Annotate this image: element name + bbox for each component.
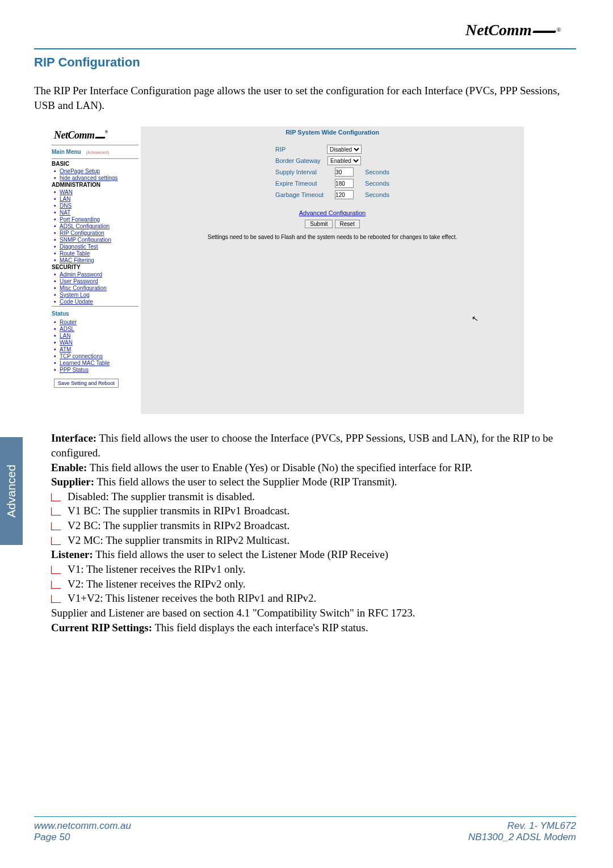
sidebar-item[interactable]: ADSL Configuration: [54, 223, 138, 229]
border-label: Border Gateway: [275, 156, 324, 165]
sidebar-item[interactable]: Admin Password: [54, 271, 138, 278]
border-select[interactable]: Enabled: [328, 156, 361, 165]
garbage-input[interactable]: [335, 190, 354, 199]
supply-unit: Seconds: [365, 167, 389, 177]
sidebar-logo: NetComm ®: [52, 128, 138, 144]
sidebar-item[interactable]: MAC Filtering: [54, 257, 138, 263]
administration-heading: ADMINISTRATION: [52, 181, 138, 188]
sidebar-item[interactable]: Learned MAC Table: [54, 359, 138, 366]
brand-logo: NetComm ®: [465, 17, 573, 43]
list-item: V2 BC: The supplier transmits in RIPv2 B…: [51, 518, 576, 533]
interface-text: This field allows the user to choose the…: [51, 432, 553, 459]
rfc-line: Supplier and Listener are based on secti…: [51, 606, 576, 620]
cursor-icon: ↖: [471, 313, 480, 324]
admin-sidebar: NetComm ® Main Menu (Advanced) BASIC One…: [50, 127, 141, 414]
page-title: RIP Configuration: [34, 55, 576, 70]
sidebar-item[interactable]: DNS: [54, 202, 138, 209]
brand-wordmark: NetComm: [465, 21, 532, 39]
sidebar-item[interactable]: RIP Configuration: [54, 229, 138, 236]
sidebar-item[interactable]: User Password: [54, 278, 138, 284]
save-note: Settings need to be saved to Flash and t…: [141, 234, 524, 240]
security-list: Admin Password User Password Misc Config…: [52, 271, 138, 305]
sidebar-item[interactable]: SNMP Configuration: [54, 236, 138, 243]
sidebar-item[interactable]: Misc Configuration: [54, 284, 138, 291]
sidebar-item[interactable]: Route Table: [54, 250, 138, 257]
list-item: V1+V2: This listener receives the both R…: [51, 591, 576, 606]
sidebar-item[interactable]: OnePage Setup: [54, 167, 138, 174]
footer-model: NB1300_2 ADSL Modem: [468, 832, 576, 843]
list-item: V1: The listener receives the RIPv1 only…: [51, 562, 576, 577]
sidebar-item[interactable]: Code Update: [54, 298, 138, 305]
rip-select[interactable]: Disabled: [327, 145, 362, 154]
status-heading: Status: [52, 308, 138, 318]
listener-label: Listener:: [51, 548, 93, 560]
bullet-icon: [51, 595, 61, 603]
expire-label: Expire Timeout: [275, 179, 324, 188]
interface-label: Interface:: [51, 432, 96, 444]
enable-label: Enable:: [51, 462, 87, 473]
bullet-icon: [51, 508, 61, 515]
rip-label: RIP: [275, 145, 324, 154]
side-tab-advanced: Advanced: [0, 437, 23, 545]
header-rule: [34, 48, 576, 49]
list-item: V2 MC: The supplier transmits in RIPv2 M…: [51, 533, 576, 548]
footer: www.netcomm.com.au Page 50 Rev. 1- YML67…: [34, 816, 576, 843]
bullet-icon: [51, 522, 61, 530]
footer-page: Page 50: [34, 832, 131, 843]
sidebar-item[interactable]: Port Forwarding: [54, 216, 138, 223]
sidebar-item[interactable]: PPP Status: [54, 366, 138, 373]
security-heading: SECURITY: [52, 263, 138, 271]
sidebar-item[interactable]: ADSL: [54, 325, 138, 332]
list-item: V2: The listener receives the RIPv2 only…: [51, 577, 576, 592]
supplier-label: Supplier:: [51, 476, 94, 488]
save-reboot-button[interactable]: Save Setting and Reboot: [54, 379, 119, 388]
reset-button[interactable]: Reset: [335, 220, 360, 228]
admin-list: WAN LAN DNS NAT Port Forwarding ADSL Con…: [52, 188, 138, 263]
sidebar-item[interactable]: WAN: [54, 188, 138, 195]
bullet-icon: [51, 566, 61, 574]
sidebar-item[interactable]: LAN: [54, 332, 138, 339]
main-menu-label: Main Menu (Advanced): [52, 146, 138, 157]
list-item: V1 BC: The supplier transmits in RIPv1 B…: [51, 504, 576, 518]
footer-url: www.netcomm.com.au: [34, 820, 131, 832]
sidebar-item[interactable]: Router: [54, 318, 138, 325]
supplier-text: This field allows the user to select the…: [94, 476, 397, 488]
bullet-icon: [51, 537, 61, 545]
registered-icon: ®: [557, 27, 561, 33]
panel-title: RIP System Wide Configuration: [141, 129, 524, 136]
supply-input[interactable]: [335, 167, 354, 177]
listener-text: This field allows the user to select the…: [93, 548, 388, 560]
current-text: This field displays the each interface's…: [152, 622, 368, 634]
bullet-icon: [51, 493, 61, 501]
sidebar-item[interactable]: System Log: [54, 291, 138, 298]
supply-label: Supply Interval: [275, 167, 324, 177]
submit-button[interactable]: Submit: [305, 220, 333, 228]
current-label: Current RIP Settings:: [51, 622, 152, 634]
sidebar-item[interactable]: TCP connections: [54, 353, 138, 359]
list-item: Disabled: The supplier transmit is disab…: [51, 489, 576, 504]
advanced-config-link[interactable]: Advanced Configuration: [299, 209, 366, 216]
config-form: RIP Disabled Border Gateway Enabled Supp…: [272, 142, 393, 202]
expire-input[interactable]: [335, 179, 354, 188]
garbage-unit: Seconds: [365, 190, 389, 199]
bullet-icon: [51, 581, 61, 589]
status-list: Router ADSL LAN WAN ATM TCP connections …: [52, 318, 138, 373]
sidebar-item[interactable]: NAT: [54, 209, 138, 216]
sidebar-item[interactable]: ATM: [54, 346, 138, 353]
body-copy: Interface: This field allows the user to…: [51, 431, 576, 635]
basic-heading: BASIC: [52, 160, 138, 167]
basic-list: OnePage Setup hide advanced settings: [52, 167, 138, 181]
admin-main-panel: RIP System Wide Configuration RIP Disabl…: [141, 127, 524, 414]
sidebar-item[interactable]: Diagnostic Test: [54, 243, 138, 250]
brand-bars-icon: [535, 25, 556, 35]
enable-text: This field allows the user to Enable (Ye…: [87, 462, 472, 473]
footer-rev: Rev. 1- YML672: [468, 820, 576, 832]
sidebar-item[interactable]: LAN: [54, 195, 138, 202]
sidebar-item[interactable]: WAN: [54, 339, 138, 346]
sidebar-item[interactable]: hide advanced settings: [54, 174, 138, 181]
admin-screenshot: NetComm ® Main Menu (Advanced) BASIC One…: [50, 127, 524, 414]
garbage-label: Garbage Timeout: [275, 190, 324, 199]
intro-text: The RIP Per Interface Configuration page…: [34, 83, 576, 112]
expire-unit: Seconds: [365, 179, 389, 188]
